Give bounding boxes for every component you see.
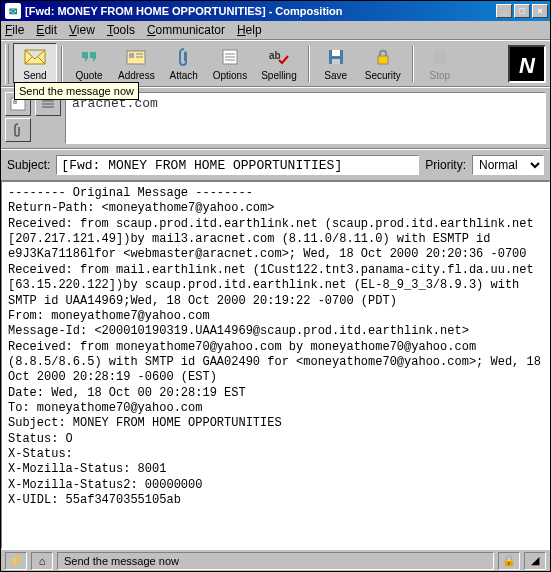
svg-rect-12 — [378, 56, 388, 64]
subject-label: Subject: — [7, 158, 50, 172]
composition-window: ✉ [Fwd: MONEY FROM HOME OPPORTUNITIES] -… — [0, 0, 551, 572]
toolbar: Send Send the message now Quote Address … — [1, 40, 550, 87]
status-icon-lock[interactable]: 🔒 — [498, 552, 520, 570]
options-icon — [219, 46, 241, 68]
maximize-button[interactable]: □ — [514, 4, 530, 18]
save-button[interactable]: Save — [314, 43, 358, 84]
quote-label: Quote — [75, 70, 102, 81]
menu-tools[interactable]: Tools — [107, 23, 135, 37]
save-label: Save — [324, 70, 347, 81]
app-icon: ✉ — [5, 3, 21, 19]
subject-row: Subject: Priority: Normal — [1, 149, 550, 181]
security-icon — [372, 46, 394, 68]
toolbar-grip[interactable] — [5, 44, 9, 84]
address-icon — [125, 46, 147, 68]
separator — [308, 46, 310, 82]
address-label: Address — [118, 70, 155, 81]
quote-button[interactable]: Quote — [67, 43, 111, 84]
priority-select[interactable]: Normal — [472, 155, 544, 175]
stop-icon — [429, 46, 451, 68]
spelling-button[interactable]: ab Spelling — [254, 43, 304, 84]
attach-label: Attach — [170, 70, 198, 81]
status-icon-vault[interactable]: ⌂ — [31, 552, 53, 570]
titlebar: ✉ [Fwd: MONEY FROM HOME OPPORTUNITIES] -… — [1, 1, 550, 21]
save-icon — [325, 46, 347, 68]
svg-rect-15 — [13, 100, 17, 104]
options-button[interactable]: Options — [206, 43, 254, 84]
tooltip: Send the message now — [14, 82, 139, 100]
security-button[interactable]: Security — [358, 43, 408, 84]
svg-rect-1 — [129, 53, 134, 58]
svg-rect-10 — [332, 50, 340, 56]
close-button[interactable]: × — [532, 4, 548, 18]
menu-help[interactable]: Help — [237, 23, 262, 37]
svg-text:ab: ab — [269, 50, 281, 61]
netscape-logo: N — [508, 45, 546, 83]
attach-button[interactable]: Attach — [162, 43, 206, 84]
address-button[interactable]: Address — [111, 43, 162, 84]
menu-communicator[interactable]: Communicator — [147, 23, 225, 37]
svg-rect-13 — [434, 51, 446, 63]
send-icon — [24, 46, 46, 68]
send-button[interactable]: Send Send the message now — [13, 43, 57, 84]
status-message: Send the message now — [57, 552, 494, 570]
window-title: [Fwd: MONEY FROM HOME OPPORTUNITIES] - C… — [25, 5, 496, 17]
spelling-icon: ab — [268, 46, 290, 68]
message-body[interactable]: -------- Original Message -------- Retur… — [1, 181, 550, 549]
menu-view[interactable]: View — [69, 23, 95, 37]
status-icon-resize[interactable]: ◢ — [524, 552, 546, 570]
attachment-panel-button[interactable] — [5, 118, 31, 142]
menubar: File Edit View Tools Communicator Help — [1, 21, 550, 40]
svg-rect-11 — [332, 59, 340, 64]
separator — [412, 46, 414, 82]
security-label: Security — [365, 70, 401, 81]
stop-label: Stop — [430, 70, 451, 81]
priority-label: Priority: — [425, 158, 466, 172]
menu-file[interactable]: File — [5, 23, 24, 37]
separator — [61, 46, 63, 82]
spelling-label: Spelling — [261, 70, 297, 81]
minimize-button[interactable]: _ — [496, 4, 512, 18]
status-icon-net[interactable]: ⚡ — [5, 552, 27, 570]
subject-input[interactable] — [56, 155, 419, 175]
attach-icon — [173, 46, 195, 68]
send-label: Send — [23, 70, 46, 81]
menu-edit[interactable]: Edit — [36, 23, 57, 37]
options-label: Options — [213, 70, 247, 81]
stop-button: Stop — [418, 43, 462, 84]
quote-icon — [78, 46, 100, 68]
statusbar: ⚡ ⌂ Send the message now 🔒 ◢ — [1, 549, 550, 571]
